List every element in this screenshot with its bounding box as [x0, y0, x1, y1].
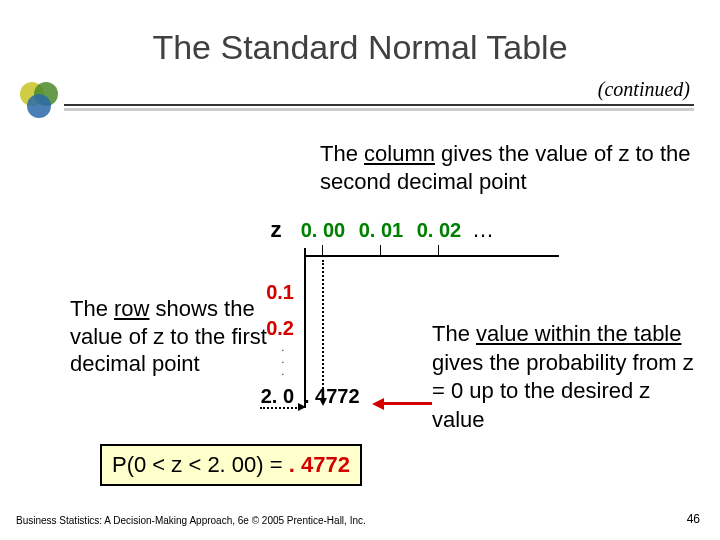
row-note: The row shows the value of z to the firs…: [70, 295, 270, 378]
text-underlined: value within the table: [476, 321, 681, 346]
title-underline: [64, 104, 694, 106]
value-note: The value within the table gives the pro…: [432, 320, 702, 434]
row-ellipsis: .: [274, 367, 292, 377]
row-header-final: 2. 0: [258, 385, 294, 408]
column-dotted-line: [322, 260, 324, 400]
title-underline-shadow: [64, 108, 694, 111]
probability-equation: P(0 < z < 2. 00) = . 4772: [100, 444, 362, 486]
text: The: [320, 141, 364, 166]
row-ellipsis: .: [274, 355, 292, 365]
text-underlined: row: [114, 296, 149, 321]
equation-rhs: . 4772: [289, 452, 350, 477]
red-arrow-icon: [372, 398, 384, 410]
column-note: The column gives the value of z to the s…: [320, 140, 700, 195]
table-cell-value: . 4772: [304, 385, 360, 408]
row-dotted-line: [260, 407, 300, 409]
row-ellipsis: .: [274, 343, 292, 353]
text: gives the probability from z = 0 up to t…: [432, 350, 694, 432]
page-number: 46: [687, 512, 700, 526]
table-header-line: [304, 255, 559, 257]
continued-label: (continued): [598, 78, 690, 101]
svg-point-2: [27, 94, 51, 118]
row-header: 0.2: [258, 317, 294, 340]
col-header: 0. 02: [410, 219, 468, 242]
slide-title: The Standard Normal Table: [152, 28, 567, 66]
red-arrow-line: [382, 402, 432, 405]
text-underlined: column: [364, 141, 435, 166]
equation-lhs: P(0 < z < 2. 00) =: [112, 452, 289, 477]
arrow-down-icon: [319, 398, 327, 406]
z-table: z 0. 00 0. 01 0. 02 … 0.1 0.2 . . . 2. 0…: [258, 217, 578, 263]
logo-icon: [16, 80, 64, 120]
footer-text: Business Statistics: A Decision-Making A…: [16, 515, 366, 526]
tick-marks: [258, 245, 578, 255]
row-header: 0.1: [258, 281, 294, 304]
arrow-right-icon: [298, 403, 306, 411]
text: The: [432, 321, 476, 346]
text: The: [70, 296, 114, 321]
col-header: 0. 01: [352, 219, 410, 242]
col-header: 0. 00: [294, 219, 352, 242]
col-ellipsis: …: [468, 217, 498, 243]
table-vertical-line: [304, 248, 306, 408]
z-axis-label: z: [258, 217, 294, 243]
